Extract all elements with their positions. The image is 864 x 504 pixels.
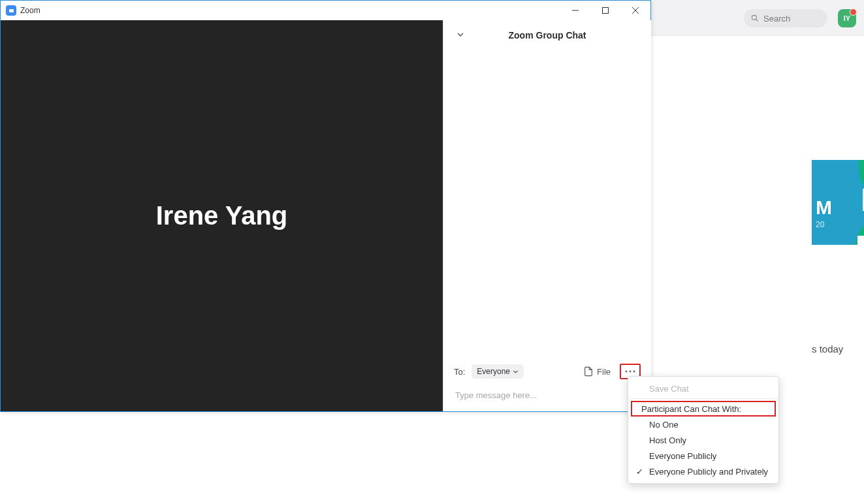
file-icon bbox=[583, 366, 594, 377]
avatar-initials: IY bbox=[844, 14, 850, 22]
chat-file-button[interactable]: File bbox=[581, 365, 613, 378]
svg-point-7 bbox=[630, 371, 632, 373]
window-titlebar[interactable]: Zoom bbox=[1, 1, 650, 20]
zoom-meeting-window: Zoom Irene Yang Zoom Group Chat To: bbox=[0, 0, 651, 412]
svg-rect-3 bbox=[603, 8, 609, 14]
window-title: Zoom bbox=[20, 6, 40, 15]
maximize-icon bbox=[602, 7, 609, 14]
search-icon bbox=[750, 14, 760, 23]
menu-item-everyone-publicly[interactable]: Everyone Publicly bbox=[628, 448, 778, 464]
chat-title: Zoom Group Chat bbox=[509, 30, 586, 40]
menu-item-everyone-publicly-privately[interactable]: Everyone Publicly and Privately bbox=[628, 464, 778, 479]
chat-messages-area bbox=[443, 50, 651, 351]
search-placeholder: Search bbox=[763, 14, 790, 24]
svg-point-0 bbox=[752, 15, 756, 20]
minimize-icon bbox=[572, 7, 579, 14]
user-avatar[interactable]: IY bbox=[838, 9, 856, 27]
maximize-button[interactable] bbox=[590, 1, 620, 20]
search-box[interactable]: Search bbox=[744, 9, 827, 27]
menu-divider bbox=[628, 398, 778, 399]
window-controls bbox=[560, 1, 650, 20]
banner-big-text: M bbox=[816, 197, 832, 219]
chat-header: Zoom Group Chat bbox=[443, 20, 651, 50]
menu-permissions-header: Participant Can Chat With: bbox=[631, 401, 776, 417]
chat-to-label: To: bbox=[454, 367, 465, 377]
chat-input-row bbox=[443, 383, 651, 411]
chat-file-label: File bbox=[597, 367, 611, 377]
menu-save-chat[interactable]: Save Chat bbox=[628, 381, 778, 396]
chat-message-input[interactable] bbox=[454, 390, 641, 401]
chevron-down-icon bbox=[513, 369, 519, 375]
zoom-app-icon bbox=[6, 5, 16, 16]
svg-point-6 bbox=[626, 371, 628, 373]
svg-line-1 bbox=[756, 20, 758, 22]
svg-point-8 bbox=[633, 371, 635, 373]
more-icon bbox=[625, 370, 635, 373]
chat-controls-row: To: Everyone File bbox=[443, 360, 651, 383]
chat-collapse-icon[interactable] bbox=[456, 31, 464, 39]
background-banner: M 20 bbox=[812, 160, 864, 245]
menu-item-host-only[interactable]: Host Only bbox=[628, 432, 778, 448]
chat-to-value: Everyone bbox=[477, 367, 510, 376]
banner-small-text: 20 bbox=[816, 220, 824, 229]
participant-name: Irene Yang bbox=[156, 201, 288, 230]
chat-more-menu: Save Chat Participant Can Chat With: No … bbox=[628, 376, 779, 484]
chat-to-select[interactable]: Everyone bbox=[472, 364, 524, 379]
close-icon bbox=[632, 7, 639, 14]
close-button[interactable] bbox=[620, 1, 650, 20]
plant-pot-graphic-2 bbox=[857, 236, 864, 245]
meeting-video-area: Irene Yang bbox=[1, 20, 443, 411]
minimize-button[interactable] bbox=[560, 1, 590, 20]
background-today-text: s today bbox=[812, 343, 843, 354]
menu-item-no-one[interactable]: No One bbox=[628, 417, 778, 432]
chat-panel: Zoom Group Chat To: Everyone File bbox=[443, 20, 651, 411]
